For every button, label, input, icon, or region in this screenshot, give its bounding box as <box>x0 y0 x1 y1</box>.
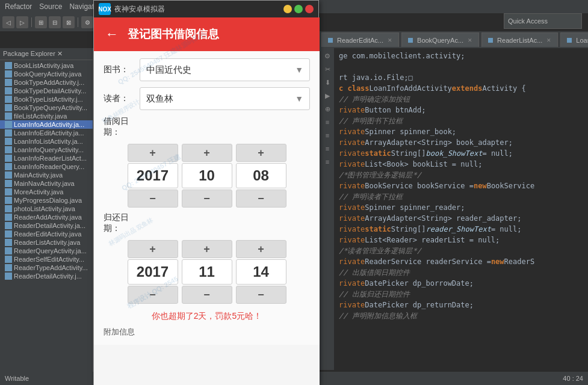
quick-access-box[interactable]: Quick Access <box>504 13 582 29</box>
file-item[interactable]: LoanInfoAddActivity.ja... <box>0 120 93 129</box>
borrow-year-plus[interactable]: + <box>128 144 178 162</box>
file-name: ReaderQueryActivity.ja... <box>14 247 87 254</box>
nox-minimize-button[interactable] <box>283 5 292 13</box>
side-icon-0[interactable]: ⚙ <box>322 51 333 61</box>
side-icon-6[interactable]: ≡ <box>322 130 333 141</box>
tab-3[interactable]: LoanInfoA... ✕ <box>560 32 588 47</box>
tab-1[interactable]: BookQueryAc... ✕ <box>401 32 479 47</box>
code-line <box>334 61 588 72</box>
file-item[interactable]: LoanInfoListActivity.ja... <box>0 137 93 146</box>
code-line: /*图书管理业务逻辑层*/ <box>334 170 588 180</box>
java-file-icon <box>5 112 12 120</box>
return-month-plus[interactable]: + <box>182 240 232 258</box>
file-item[interactable]: BookQueryActivity.java <box>0 70 93 78</box>
side-icon-7[interactable]: ≡ <box>322 143 333 154</box>
file-name: fileListActivity.java <box>14 112 67 120</box>
file-item[interactable]: MainNavActivity.java <box>0 179 93 188</box>
file-item[interactable]: LoanInfoQueryActivity... <box>0 146 93 154</box>
borrow-month-value: 10 <box>182 163 232 188</box>
borrow-year-minus[interactable]: − <box>128 189 178 208</box>
file-item[interactable]: ReaderEditActivity.java <box>0 230 93 238</box>
file-item[interactable]: LoanInfoReaderListAct... <box>0 154 93 162</box>
borrow-day-value: 08 <box>236 163 286 188</box>
file-name: LoanInfoEditActivity.ja... <box>14 129 84 137</box>
file-item[interactable]: BookTypeDetailActivity... <box>0 87 93 95</box>
file-item[interactable]: fileListActivity.java <box>0 112 93 120</box>
side-icon-8[interactable]: ≡ <box>322 156 333 167</box>
toolbar-icon-6[interactable]: ⚙ <box>81 16 93 28</box>
side-icon-3[interactable]: ▶ <box>322 90 333 101</box>
side-icon-4[interactable]: ⊕ <box>322 103 333 114</box>
file-item[interactable]: photoListActivity.java <box>0 205 93 213</box>
toolbar-icon-4[interactable]: ⊟ <box>49 16 61 28</box>
code-line: rivate List<Book> bookList = null; <box>334 159 588 170</box>
book-spinner[interactable]: 中国近代史 ▼ <box>140 58 310 81</box>
return-day-minus[interactable]: − <box>236 286 286 304</box>
file-item[interactable]: MainActivity.java <box>0 171 93 179</box>
side-icon-5[interactable]: ≡ <box>322 117 333 128</box>
return-year-minus[interactable]: − <box>128 286 178 304</box>
file-list: BookListActivity.javaBookQueryActivity.j… <box>0 60 93 282</box>
file-item[interactable]: ReaderSelfEditActivity... <box>0 255 93 263</box>
file-name: LoanInfoAddActivity.ja... <box>14 121 84 128</box>
side-icon-bar: ⚙✂⬇▶⊕≡≡≡≡ <box>319 48 336 370</box>
file-item[interactable]: ReaderAddActivity.java <box>0 213 93 221</box>
file-item[interactable]: LoanInfoReaderQuery... <box>0 162 93 171</box>
file-item[interactable]: LoanInfoEditActivity.ja... <box>0 129 93 137</box>
book-label: 图书： <box>104 64 135 75</box>
return-month-minus[interactable]: − <box>182 286 232 304</box>
borrow-month-minus[interactable]: − <box>182 189 232 208</box>
borrow-day-minus[interactable]: − <box>236 189 286 208</box>
file-name: LoanInfoReaderQuery... <box>14 163 84 170</box>
code-line: rivate ArrayAdapter<String> reader_adapt… <box>334 213 588 224</box>
java-file-icon <box>5 96 12 103</box>
return-day-plus[interactable]: + <box>236 240 286 258</box>
nox-close-button[interactable] <box>305 5 314 13</box>
file-item[interactable]: ReaderTypeAddActivity... <box>0 263 93 272</box>
java-file-icon <box>5 70 12 78</box>
file-item[interactable]: ReaderQueryActivity.ja... <box>0 247 93 255</box>
file-item[interactable]: ReaderDetailActivity.j... <box>0 272 93 280</box>
file-item[interactable]: MyProgressDialog.java <box>0 196 93 205</box>
file-item[interactable]: ReaderListActivity.java <box>0 238 93 247</box>
tab-2[interactable]: ReaderListAc... ✕ <box>481 32 558 47</box>
quick-access-label: Quick Access <box>508 17 548 25</box>
file-item[interactable]: BookTypeListActivity.j... <box>0 95 93 103</box>
side-icon-1[interactable]: ✂ <box>322 64 333 75</box>
code-line: c class LoanInfoAddActivity extends Acti… <box>334 83 588 94</box>
toolbar-icon-2[interactable]: ▷ <box>16 16 28 28</box>
file-item[interactable]: ReaderDetailActivity.ja... <box>0 221 93 230</box>
nox-controls <box>283 5 314 13</box>
nox-titlebar: NOX 夜神安卓模拟器 <box>94 1 318 17</box>
menu-item-source[interactable]: Source <box>39 2 62 11</box>
side-icon-2[interactable]: ⬇ <box>322 77 333 88</box>
java-file-icon <box>5 230 12 238</box>
menu-item-refactor[interactable]: Refactor <box>5 2 32 11</box>
nox-title-text: 夜神安卓模拟器 <box>114 4 165 14</box>
file-item[interactable]: MoreActivity.java <box>0 188 93 196</box>
borrow-month-plus[interactable]: + <box>182 144 232 162</box>
reader-label: 读者： <box>104 93 135 104</box>
java-file-icon <box>5 273 12 280</box>
nox-maximize-button[interactable] <box>294 5 303 13</box>
toolbar-icon-1[interactable]: ◁ <box>2 16 14 28</box>
return-day-column: + 14 − <box>236 240 286 304</box>
java-file-icon <box>5 188 12 196</box>
back-button[interactable]: ← <box>104 26 120 43</box>
toolbar-icon-5[interactable]: ⊠ <box>63 16 75 28</box>
file-item[interactable]: BookTypeQueryActivity... <box>0 103 93 112</box>
return-month-column: + 11 − <box>182 240 232 304</box>
return-year-plus[interactable]: + <box>128 240 178 258</box>
java-file-icon <box>5 180 12 187</box>
reader-spinner[interactable]: 双鱼林 ▼ <box>140 87 310 110</box>
nox-logo-icon: NOX <box>99 3 111 15</box>
file-item[interactable]: BookTypeAddActivity.j... <box>0 78 93 87</box>
toolbar-icon-3[interactable]: ⊞ <box>35 16 47 28</box>
code-line: rt java.io.File;□ <box>334 72 588 83</box>
borrow-day-plus[interactable]: + <box>236 144 286 162</box>
file-name: MainNavActivity.java <box>14 180 75 187</box>
file-item[interactable]: BookListActivity.java <box>0 61 93 70</box>
tab-0[interactable]: ReaderEditAc... ✕ <box>321 32 399 47</box>
java-file-icon <box>5 87 12 94</box>
toolbar-sep-2 <box>78 17 78 27</box>
